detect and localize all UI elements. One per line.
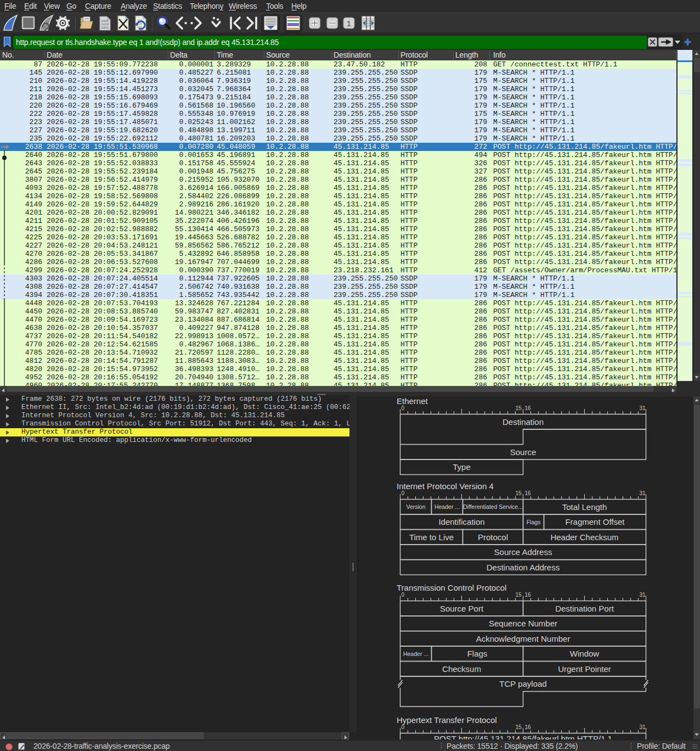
svg-text:Destination Address: Destination Address — [487, 563, 560, 572]
svg-text:31: 31 — [639, 490, 646, 496]
svg-text:Destination Port: Destination Port — [555, 604, 614, 613]
svg-text:Flags: Flags — [467, 649, 488, 658]
svg-text:16: 16 — [525, 490, 532, 496]
svg-text:Time to Live: Time to Live — [409, 533, 454, 542]
svg-text:15: 15 — [515, 724, 522, 730]
svg-text:Ethernet: Ethernet — [397, 396, 428, 406]
svg-text:Source Port: Source Port — [440, 604, 484, 613]
svg-text:Hypertext Transfer Protocol: Hypertext Transfer Protocol — [397, 715, 497, 725]
svg-text:Header ...: Header ... — [403, 651, 428, 657]
svg-text:16: 16 — [525, 405, 532, 411]
svg-text:Transmission Control Protocol: Transmission Control Protocol — [397, 583, 506, 592]
svg-text:Flags: Flags — [527, 519, 541, 525]
svg-text:31: 31 — [639, 724, 646, 730]
svg-text:0: 0 — [402, 592, 405, 598]
svg-text:0: 0 — [402, 405, 405, 411]
svg-text:Identification: Identification — [438, 517, 484, 526]
svg-text:Header ...: Header ... — [434, 503, 460, 510]
svg-text:0101: 0101 — [101, 26, 109, 30]
svg-text:Fragment Offset: Fragment Offset — [565, 517, 625, 526]
svg-text:Destination: Destination — [503, 417, 544, 427]
svg-text:Internet Protocol Version 4: Internet Protocol Version 4 — [397, 481, 494, 491]
svg-text:Total Length: Total Length — [562, 502, 607, 512]
svg-text:31: 31 — [639, 592, 646, 598]
svg-text:Checksum: Checksum — [442, 664, 481, 674]
svg-text:Version: Version — [406, 503, 425, 510]
svg-text:Source: Source — [510, 447, 537, 457]
svg-text:Source Address: Source Address — [494, 547, 552, 557]
svg-text:Urgent Pointer: Urgent Pointer — [558, 664, 611, 674]
svg-text:0: 0 — [402, 490, 405, 496]
svg-text:Acknowledgment Number: Acknowledgment Number — [476, 634, 571, 643]
svg-text:15: 15 — [515, 592, 522, 598]
svg-text:Sequence Number: Sequence Number — [489, 619, 557, 628]
svg-text:POST http://45.131.214.85/fake: POST http://45.131.214.85/fakeurl.htm HT… — [434, 734, 612, 739]
svg-text:Protocol: Protocol — [478, 533, 508, 542]
svg-text:15: 15 — [515, 490, 522, 496]
svg-text:16: 16 — [525, 724, 532, 730]
svg-text:15: 15 — [515, 405, 522, 411]
svg-text:TCP payload: TCP payload — [499, 679, 546, 688]
svg-text:Window: Window — [570, 649, 600, 658]
svg-text:Header Checksum: Header Checksum — [550, 533, 618, 542]
svg-text:Type: Type — [453, 462, 471, 472]
svg-text:16: 16 — [525, 592, 532, 598]
svg-text:31: 31 — [639, 405, 646, 411]
svg-text:0: 0 — [402, 724, 405, 730]
svg-text:1: 1 — [347, 19, 351, 28]
svg-text:Differentiated Service...: Differentiated Service... — [463, 503, 523, 510]
